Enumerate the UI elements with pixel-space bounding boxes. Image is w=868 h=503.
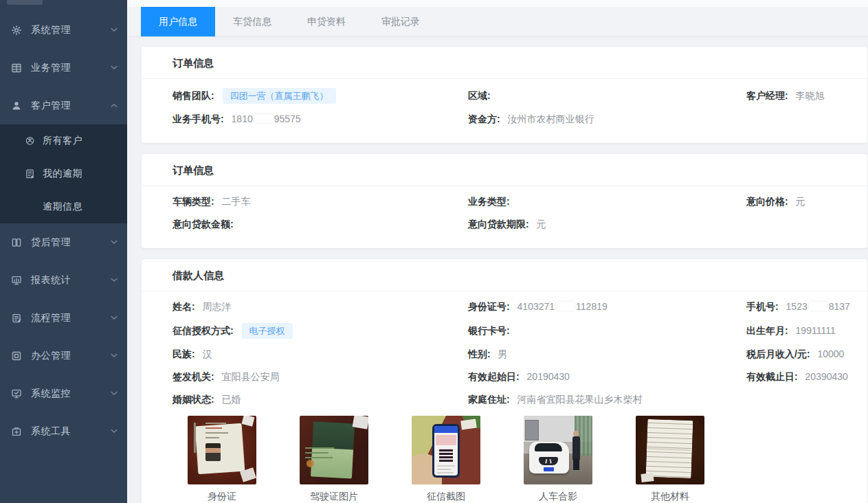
field-value: 汝州市农村商业银行 xyxy=(508,113,594,124)
field-business-type: 业务类型: xyxy=(468,196,746,208)
borrower-info-card: 借款人信息 姓名: 周志洋 身份证号: 4103271112819 手机号: 1… xyxy=(141,258,868,503)
sidebar-item-label: 系统管理 xyxy=(31,24,111,36)
field-value: 10000 xyxy=(817,348,844,359)
field-row: 姓名: 周志洋 身份证号: 4103271112819 手机号: 1523813… xyxy=(173,300,859,314)
sidebar-item-label: 系统监控 xyxy=(31,388,111,400)
id-card-photo[interactable] xyxy=(188,416,256,484)
field-label: 资金方: xyxy=(468,113,500,124)
paper-document-photo[interactable] xyxy=(636,416,704,484)
field-region: 区域: xyxy=(468,90,746,102)
sidebar-item-label: 所有客户 xyxy=(43,135,127,147)
field-label: 性别: xyxy=(468,348,491,359)
field-label: 有效起始日: xyxy=(468,371,520,382)
field-mobile-phone: 手机号: 15238137 xyxy=(746,301,859,313)
field-value: 二手车 xyxy=(222,196,251,207)
field-id-number: 身份证号: 4103271112819 xyxy=(468,301,746,313)
field-label: 车辆类型: xyxy=(173,196,214,207)
order-info-card: 订单信息 销售团队: 四团一营（直属王鹏飞） 区域: 客户经理: 李晓旭 xyxy=(141,46,868,144)
sidebar-item-process-management[interactable]: 流程管理 xyxy=(0,299,127,337)
grid-icon xyxy=(10,62,22,74)
field-gender: 性别: 男 xyxy=(468,348,746,361)
user-icon xyxy=(10,100,22,111)
redaction-patch xyxy=(809,302,827,311)
sales-team-tag[interactable]: 四团一营（直属王鹏飞） xyxy=(223,88,336,104)
green-booklet-photo[interactable] xyxy=(300,416,368,484)
tab-user-info[interactable]: 用户信息 xyxy=(141,7,215,36)
field-value: 汉 xyxy=(203,348,212,359)
sidebar-item-office-management[interactable]: 办公管理 xyxy=(0,337,127,375)
sidebar-item-system-management[interactable]: 系统管理 xyxy=(0,11,127,49)
customer-management-submenu: 所有客户 我的逾期 逾期信息 xyxy=(0,124,127,223)
field-value: 周志洋 xyxy=(203,301,232,312)
sidebar-item-system-monitor[interactable]: 系统监控 xyxy=(0,375,127,412)
tab-approval-records[interactable]: 审批记录 xyxy=(364,7,438,36)
photo-caption: 驾驶证图片 xyxy=(300,491,368,503)
e-auth-tag[interactable]: 电子授权 xyxy=(242,323,293,339)
loan-intent-card: 订单信息 车辆类型: 二手车 业务类型: 意向价格: 元 xyxy=(141,153,868,249)
field-label: 有效截止日: xyxy=(746,371,798,382)
person-car-photo[interactable] xyxy=(524,416,592,484)
chevron-down-icon xyxy=(111,429,118,434)
field-funder: 资金方: 汝州市农村商业银行 xyxy=(468,113,746,126)
field-value: 元 xyxy=(537,219,546,230)
tab-car-loan-info[interactable]: 车贷信息 xyxy=(215,7,289,36)
wheel-icon xyxy=(25,135,35,147)
sidebar-item-report-statistics[interactable]: 报表统计 xyxy=(0,261,127,299)
chevron-down-icon xyxy=(111,27,118,32)
field-row: 业务手机号: 181095575 资金方: 汝州市农村商业银行 xyxy=(173,113,859,126)
clipboard-icon xyxy=(10,312,22,324)
photo-caption: 其他材料 xyxy=(636,491,704,503)
sidebar-item-my-overdue[interactable]: 我的逾期 xyxy=(0,157,127,190)
tab-loan-application-materials[interactable]: 申贷资料 xyxy=(289,7,364,36)
sidebar-item-post-loan-management[interactable]: 贷后管理 xyxy=(0,223,127,261)
sidebar-item-business-management[interactable]: 业务管理 xyxy=(0,49,127,87)
field-label: 销售团队: xyxy=(173,90,214,101)
sidebar-item-label: 系统工具 xyxy=(31,425,111,438)
sidebar-item-label: 业务管理 xyxy=(31,62,111,74)
field-value: 19911111 xyxy=(796,325,836,336)
field-label: 身份证号: xyxy=(468,301,510,312)
field-value: 15238137 xyxy=(786,301,850,312)
field-issuing-authority: 签发机关: 宜阳县公安局 xyxy=(173,371,468,383)
photo-id-card[interactable]: 身份证 xyxy=(188,416,256,503)
field-label: 银行卡号: xyxy=(468,325,510,336)
photo-license-booklet[interactable]: 驾驶证图片 xyxy=(300,416,368,503)
sidebar-item-overdue-info[interactable]: 逾期信息 xyxy=(0,190,127,223)
sidebar-item-label: 贷后管理 xyxy=(31,236,111,249)
chevron-up-icon xyxy=(111,103,118,108)
photo-person-with-car[interactable]: 人车合影 xyxy=(524,416,592,503)
field-vehicle-type: 车辆类型: 二手车 xyxy=(173,196,468,208)
field-intent-loan-amount: 意向贷款金额: xyxy=(173,219,468,231)
field-label: 意向价格: xyxy=(746,196,788,207)
photo-caption: 征信截图 xyxy=(412,491,480,503)
field-intent-price: 意向价格: 元 xyxy=(746,196,859,208)
field-label: 征信授权方式: xyxy=(173,325,234,336)
sidebar-item-label: 客户管理 xyxy=(31,100,111,112)
field-label: 客户经理: xyxy=(746,90,788,101)
field-valid-from: 有效起始日: 20190430 xyxy=(468,371,746,383)
chevron-down-icon xyxy=(111,315,118,320)
sidebar-item-system-tools[interactable]: 系统工具 xyxy=(0,412,127,450)
sidebar-item-customer-management[interactable]: 客户管理 xyxy=(0,87,127,124)
photo-credit-screenshot[interactable]: 征信截图 xyxy=(412,416,480,503)
field-value: 181095575 xyxy=(232,113,301,124)
redaction-patch xyxy=(254,114,273,123)
chevron-down-icon xyxy=(111,391,118,396)
phone-qr-photo[interactable] xyxy=(412,416,480,484)
detail-tabbar: 用户信息 车贷信息 申贷资料 审批记录 xyxy=(127,7,868,37)
monitor-chart-icon xyxy=(10,274,22,286)
sidebar-item-all-customers[interactable]: 所有客户 xyxy=(0,124,127,157)
photo-other-document[interactable]: 其他材料 xyxy=(636,416,704,503)
sidebar: 系统管理 业务管理 客户管理 所有客户 xyxy=(0,0,127,503)
field-label: 税后月收入/元: xyxy=(746,348,810,359)
document-photos: 身份证 驾驶证图片 xyxy=(188,416,859,503)
field-monthly-income: 税后月收入/元: 10000 xyxy=(746,348,859,361)
gear-icon xyxy=(10,24,22,36)
chevron-down-icon xyxy=(111,65,118,70)
document-icon xyxy=(25,168,35,180)
tab-content: 订单信息 销售团队: 四团一营（直属王鹏飞） 区域: 客户经理: 李晓旭 xyxy=(127,37,868,503)
field-label: 出生年月: xyxy=(746,325,788,336)
field-row: 婚姻状态: 已婚 家庭住址: 河南省宜阳县花果山乡木柴村 xyxy=(173,393,859,407)
field-label: 业务类型: xyxy=(468,196,510,207)
field-label: 意向贷款期限: xyxy=(468,219,529,230)
